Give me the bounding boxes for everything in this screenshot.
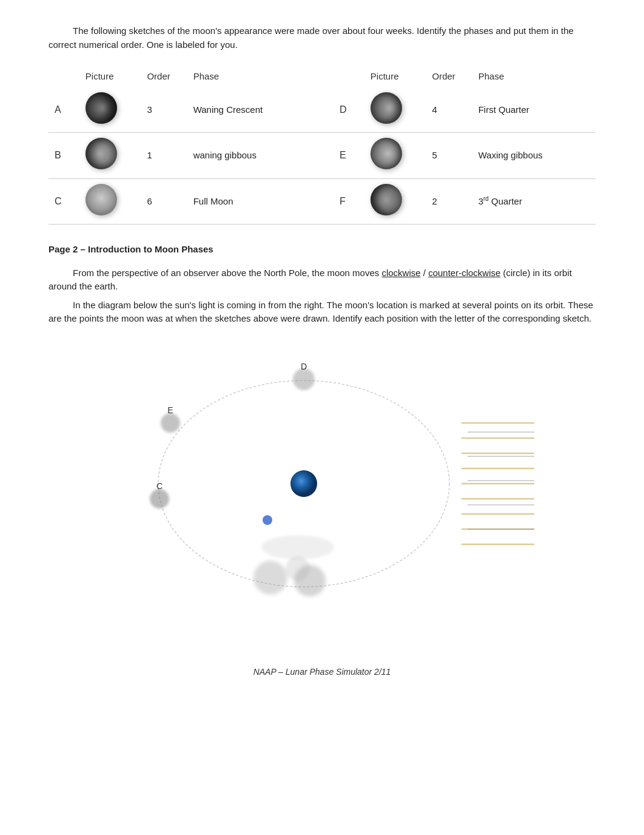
diag-moon-e — [161, 413, 180, 433]
table-row: C 6 Full Moon F 2 3rd Quarter — [49, 178, 595, 225]
page2-para2: In the diagram below the sun's light is … — [49, 299, 595, 326]
superscript-rd: rd — [483, 195, 489, 202]
diag-center-blur — [261, 535, 334, 559]
th-empty-left — [49, 66, 79, 87]
th-spacer — [310, 66, 334, 87]
diag-label-e: E — [167, 405, 173, 415]
th-order-right: Order — [426, 66, 472, 87]
spacer-row2 — [310, 133, 334, 179]
blue-dot — [263, 515, 272, 525]
page2-para1: From the perspective of an observer abov… — [49, 266, 595, 294]
row-b-phase-text: waning gibbous — [193, 150, 257, 160]
row-d-moon — [364, 87, 426, 133]
row-f-moon — [364, 178, 426, 225]
row-f-order: 2 — [426, 178, 472, 225]
row-c-phase-text: Full Moon — [193, 196, 233, 206]
row-d-phase-text: First Quarter — [478, 104, 529, 115]
diag-moon-bot-3 — [286, 556, 310, 581]
table-row: B 1 waning gibbous E 5 Waxing gibbous — [49, 133, 595, 179]
row-d-phase: First Quarter — [472, 87, 595, 133]
row-a-phase: Waning Crescent — [187, 87, 310, 133]
row-e-moon — [364, 133, 426, 179]
row-b-phase: waning gibbous — [187, 133, 310, 179]
moon-a-image — [86, 92, 117, 124]
row-f-phase-text: 3rd Quarter — [478, 196, 522, 206]
diag-label-d: D — [301, 362, 307, 371]
diag-moon-c — [150, 489, 169, 509]
moon-b-image — [86, 138, 117, 169]
row-b-order: 1 — [141, 133, 187, 179]
row-f-label: F — [334, 178, 364, 225]
moon-phases-table: Picture Order Phase Picture Order Phase … — [49, 66, 595, 225]
clockwise-text: clockwise — [381, 268, 420, 278]
moon-d-image — [371, 92, 402, 124]
row-b-label: B — [49, 133, 79, 179]
moon-f-image — [371, 184, 402, 215]
row-a-moon — [79, 87, 141, 133]
row-e-phase: Waxing gibbous — [472, 133, 595, 179]
moon-e-image — [371, 138, 402, 169]
spacer-row1 — [310, 87, 334, 133]
moon-c-image — [86, 184, 117, 215]
row-c-phase: Full Moon — [187, 178, 310, 225]
th-phase-left: Phase — [187, 66, 310, 87]
table-row: A 3 Waning Crescent D 4 First Quarter — [49, 87, 595, 133]
diag-moon-d — [293, 368, 315, 390]
earth-circle — [290, 470, 317, 497]
page2-header: Page 2 – Introduction to Moon Phases — [49, 243, 595, 257]
row-b-moon — [79, 133, 141, 179]
row-e-label: E — [334, 133, 364, 179]
th-picture-right: Picture — [364, 66, 426, 87]
row-c-label: C — [49, 178, 79, 225]
row-d-order: 4 — [426, 87, 472, 133]
diag-moon-bot-1 — [253, 561, 287, 595]
row-a-order: 3 — [141, 87, 187, 133]
row-c-order: 6 — [141, 178, 187, 225]
row-c-moon — [79, 178, 141, 225]
intro-paragraph: The following sketches of the moon's app… — [49, 24, 595, 52]
row-f-phase: 3rd Quarter — [472, 178, 595, 225]
th-phase-right: Phase — [472, 66, 595, 87]
th-empty-right — [334, 66, 364, 87]
orbit-diagram: D E C — [110, 338, 534, 629]
row-e-order: 5 — [426, 133, 472, 179]
row-d-label: D — [334, 87, 364, 133]
th-order-left: Order — [141, 66, 187, 87]
row-a-phase-text: Waning Crescent — [193, 104, 263, 115]
diag-label-c: C — [156, 481, 163, 491]
row-a-label: A — [49, 87, 79, 133]
th-picture-left: Picture — [79, 66, 141, 87]
counter-clockwise-text: counter-clockwise — [428, 268, 500, 278]
orbit-svg: D E C — [110, 338, 534, 629]
footer-text: NAAP – Lunar Phase Simulator 2/11 — [49, 666, 595, 678]
spacer-row3 — [310, 178, 334, 225]
row-e-phase-text: Waxing gibbous — [478, 150, 543, 160]
